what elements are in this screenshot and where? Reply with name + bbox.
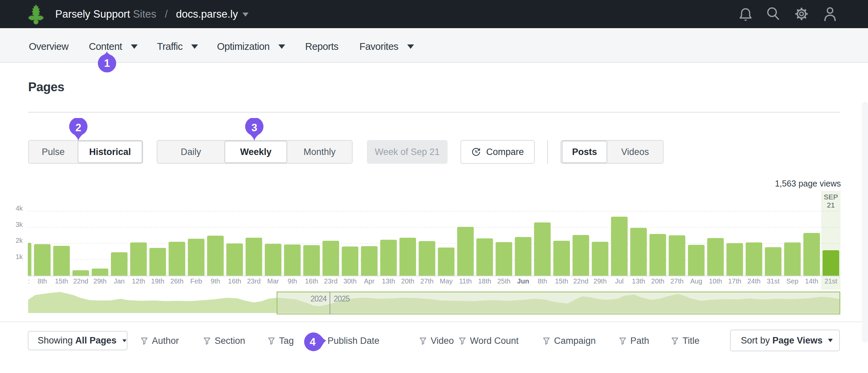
svg-text:Apr: Apr <box>364 277 375 285</box>
svg-text:Jan: Jan <box>114 277 125 285</box>
svg-text:19th: 19th <box>151 277 164 285</box>
svg-text:14th: 14th <box>805 277 818 285</box>
svg-text:13th: 13th <box>382 277 395 285</box>
svg-text:23rd: 23rd <box>324 277 338 285</box>
svg-text:1: 1 <box>104 57 110 69</box>
svg-text:12th: 12th <box>132 277 145 285</box>
svg-text:10th: 10th <box>709 277 722 285</box>
svg-text:3k: 3k <box>16 221 23 228</box>
svg-text:27th: 27th <box>670 277 684 285</box>
svg-text:4k: 4k <box>16 204 23 212</box>
svg-text:15th: 15th <box>555 277 568 285</box>
svg-text:Mar: Mar <box>267 277 279 285</box>
svg-text:26th: 26th <box>170 277 183 285</box>
svg-text:Jul: Jul <box>615 277 624 285</box>
svg-text::: : <box>28 277 30 285</box>
svg-text:2k: 2k <box>16 237 23 244</box>
svg-text:23rd: 23rd <box>247 277 261 285</box>
svg-text:2024: 2024 <box>311 294 327 303</box>
svg-text:29th: 29th <box>593 277 607 285</box>
svg-text:Feb: Feb <box>190 277 202 285</box>
svg-text:24th: 24th <box>747 277 761 285</box>
svg-text:4: 4 <box>310 336 316 348</box>
svg-text:25th: 25th <box>497 277 511 285</box>
svg-text:9th: 9th <box>211 277 220 285</box>
svg-text:31st: 31st <box>767 277 780 285</box>
svg-text:20th: 20th <box>401 277 414 285</box>
svg-text:29th: 29th <box>93 277 106 285</box>
svg-text:1k: 1k <box>16 253 23 260</box>
svg-text:May: May <box>440 277 453 285</box>
svg-text:22nd: 22nd <box>573 277 589 285</box>
svg-text:2: 2 <box>75 122 81 134</box>
svg-text:30th: 30th <box>343 277 357 285</box>
svg-text:SEP: SEP <box>824 193 838 201</box>
svg-text:13th: 13th <box>632 277 645 285</box>
svg-text:18th: 18th <box>478 277 491 285</box>
svg-text:Sep: Sep <box>786 277 798 285</box>
svg-text:20th: 20th <box>651 277 665 285</box>
svg-text:21st: 21st <box>825 277 837 285</box>
svg-text:16th: 16th <box>228 277 241 285</box>
svg-text:2025: 2025 <box>334 294 350 303</box>
svg-text:3: 3 <box>251 122 257 134</box>
svg-text:9th: 9th <box>288 277 297 285</box>
svg-text:27th: 27th <box>420 277 434 285</box>
svg-text:Aug: Aug <box>690 277 703 285</box>
svg-text:22nd: 22nd <box>73 277 88 285</box>
svg-text:15th: 15th <box>55 277 68 285</box>
svg-text:11th: 11th <box>459 277 472 285</box>
svg-text:8th: 8th <box>38 277 47 285</box>
svg-text:8th: 8th <box>538 277 547 285</box>
svg-text:16th: 16th <box>305 277 318 285</box>
svg-text:Jun: Jun <box>517 277 529 285</box>
svg-text:21: 21 <box>827 201 835 209</box>
svg-text:17th: 17th <box>728 277 741 285</box>
